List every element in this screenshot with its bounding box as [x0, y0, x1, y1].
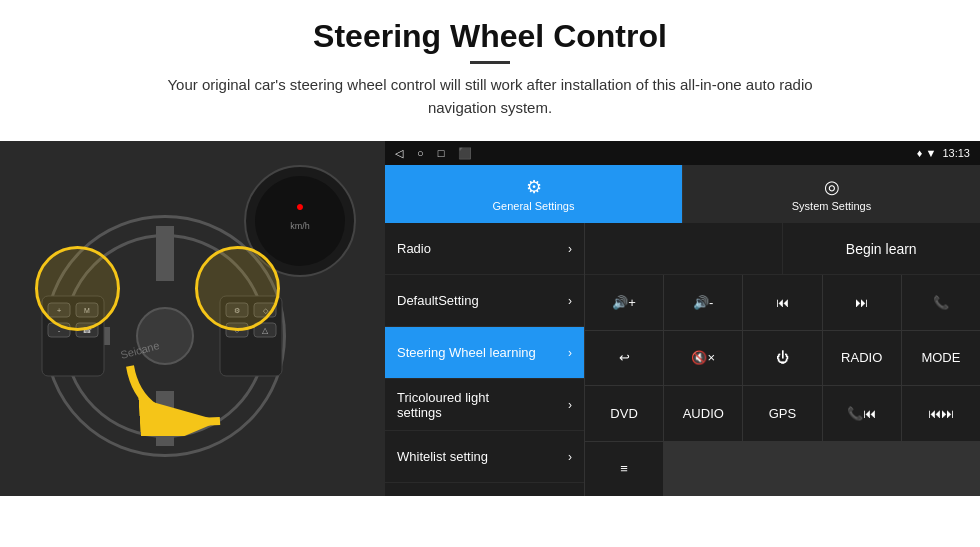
call-prev-button[interactable]: 📞⏮: [823, 386, 901, 441]
left-menu: Radio › DefaultSetting › Steering Wheel …: [385, 223, 585, 496]
mute-button[interactable]: 🔇×: [664, 331, 742, 386]
subtitle-text: Your original car's steering wheel contr…: [140, 74, 840, 119]
skip-button[interactable]: ⏮⏭: [902, 386, 980, 441]
svg-text:km/h: km/h: [290, 221, 310, 231]
dvd-button[interactable]: DVD: [585, 386, 663, 441]
right-top-right: Begin learn: [783, 223, 981, 274]
menu-default-label: DefaultSetting: [397, 293, 479, 308]
right-top-row: Begin learn: [585, 223, 980, 275]
right-panel: Begin learn 🔊+ 🔊- ⏮: [585, 223, 980, 496]
tab-system-label: System Settings: [792, 200, 871, 212]
skip-icon: ⏮⏭: [928, 406, 954, 421]
general-settings-icon: ⚙: [526, 176, 542, 198]
main-content: Radio › DefaultSetting › Steering Wheel …: [385, 223, 980, 496]
radio-btn[interactable]: RADIO: [823, 331, 901, 386]
status-bar: ◁ ○ □ ⬛ ♦ ▼ 13:13: [385, 141, 980, 165]
car-image-bg: ● km/h + M: [0, 141, 385, 496]
page-title: Steering Wheel Control: [40, 18, 940, 55]
power-icon: ⏻: [776, 350, 789, 365]
car-image-section: ● km/h + M: [0, 141, 385, 496]
content-row: ● km/h + M: [0, 141, 980, 496]
circle-left: [35, 246, 120, 331]
tab-general[interactable]: ⚙ General Settings: [385, 165, 682, 223]
menu-steering-label: Steering Wheel learning: [397, 345, 536, 360]
menu-item-default[interactable]: DefaultSetting ›: [385, 275, 584, 327]
radio-label: RADIO: [841, 350, 882, 365]
menu-whitelist-label: Whitelist setting: [397, 449, 488, 464]
right-top-left: [585, 223, 783, 274]
menu-item-radio[interactable]: Radio ›: [385, 223, 584, 275]
page-container: Steering Wheel Control Your original car…: [0, 0, 980, 496]
header-section: Steering Wheel Control Your original car…: [0, 0, 980, 141]
circle-right: [195, 246, 280, 331]
back-call-icon: ↩: [619, 350, 630, 365]
power-button[interactable]: ⏻: [743, 331, 821, 386]
tab-bar: ⚙ General Settings ◎ System Settings: [385, 165, 980, 223]
recents-icon[interactable]: □: [438, 147, 445, 160]
menu-tricoloured-arrow: ›: [568, 398, 572, 412]
menu-icon: ≡: [620, 461, 628, 476]
screenshot-icon[interactable]: ⬛: [458, 147, 472, 160]
status-bar-left: ◁ ○ □ ⬛: [395, 147, 472, 160]
android-ui-section: ◁ ○ □ ⬛ ♦ ▼ 13:13 ⚙ General Settings ◎ S…: [385, 141, 980, 496]
menu-radio-arrow: ›: [568, 242, 572, 256]
menu-steering-arrow: ›: [568, 346, 572, 360]
tab-general-label: General Settings: [493, 200, 575, 212]
gps-label: GPS: [769, 406, 796, 421]
begin-learn-button[interactable]: Begin learn: [830, 233, 933, 265]
prev-icon: ⏮: [776, 295, 789, 310]
menu-btn[interactable]: ≡: [585, 442, 663, 497]
control-grid: 🔊+ 🔊- ⏮ ⏭ 📞: [585, 275, 980, 496]
menu-radio-label: Radio: [397, 241, 431, 256]
home-icon[interactable]: ○: [417, 147, 424, 160]
menu-tricoloured-label: Tricoloured lightsettings: [397, 390, 489, 420]
menu-default-arrow: ›: [568, 294, 572, 308]
menu-whitelist-arrow: ›: [568, 450, 572, 464]
call-icon: 📞: [933, 295, 949, 310]
audio-button[interactable]: AUDIO: [664, 386, 742, 441]
status-time: ♦ ▼ 13:13: [917, 147, 970, 159]
menu-item-whitelist[interactable]: Whitelist setting ›: [385, 431, 584, 483]
call-prev-icon: 📞⏮: [847, 406, 876, 421]
system-settings-icon: ◎: [824, 176, 840, 198]
mode-button[interactable]: MODE: [902, 331, 980, 386]
vol-down-icon: 🔊-: [693, 295, 713, 310]
next-icon: ⏭: [855, 295, 868, 310]
svg-text:△: △: [262, 326, 269, 335]
mute-icon: 🔇×: [691, 350, 715, 365]
back-icon[interactable]: ◁: [395, 147, 403, 160]
next-button[interactable]: ⏭: [823, 275, 901, 330]
mode-label: MODE: [921, 350, 960, 365]
back-button[interactable]: ↩: [585, 331, 663, 386]
vol-down-button[interactable]: 🔊-: [664, 275, 742, 330]
call-button[interactable]: 📞: [902, 275, 980, 330]
arrow-svg: [120, 356, 240, 436]
svg-text:●: ●: [296, 198, 304, 214]
audio-label: AUDIO: [683, 406, 724, 421]
menu-item-tricoloured[interactable]: Tricoloured lightsettings ›: [385, 379, 584, 431]
gps-button[interactable]: GPS: [743, 386, 821, 441]
tab-system[interactable]: ◎ System Settings: [682, 165, 980, 223]
vol-up-button[interactable]: 🔊+: [585, 275, 663, 330]
vol-up-icon: 🔊+: [612, 295, 636, 310]
prev-button[interactable]: ⏮: [743, 275, 821, 330]
menu-item-steering[interactable]: Steering Wheel learning ›: [385, 327, 584, 379]
dvd-label: DVD: [610, 406, 637, 421]
title-divider: [470, 61, 510, 64]
